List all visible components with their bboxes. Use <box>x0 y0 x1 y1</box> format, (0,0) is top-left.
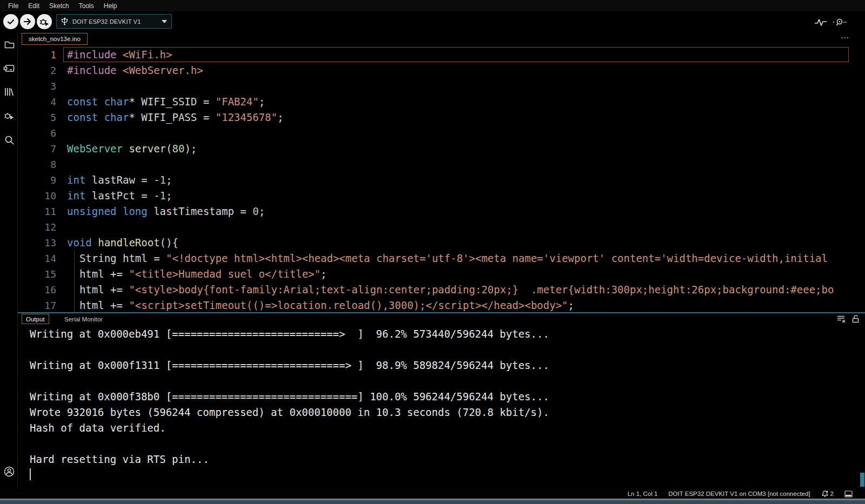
board-connection-status[interactable]: DOIT ESP32 DEVKIT V1 on COM3 [not connec… <box>668 490 810 497</box>
console-line <box>30 436 865 452</box>
status-bar: Ln 1, Col 1 DOIT ESP32 DEVKIT V1 on COM3… <box>0 489 865 499</box>
code-line[interactable]: 12 <box>18 219 865 235</box>
code-line[interactable]: 2#include <WebServer.h> <box>18 63 865 78</box>
code-text: #include <WebServer.h> <box>67 63 203 78</box>
line-number: 5 <box>18 110 61 125</box>
code-line[interactable]: 1#include <WiFi.h> <box>18 47 865 63</box>
bug-play-icon <box>3 110 15 122</box>
main-column: sketch_nov13e.ino ⋯ 1#include <WiFi.h>2#… <box>18 32 865 489</box>
board-selector-dropdown[interactable]: DOIT ESP32 DEVKIT V1 <box>56 14 172 29</box>
chevron-down-icon <box>162 20 167 23</box>
console-line: Writing at 0x000f1311 [=================… <box>30 358 865 373</box>
code-line[interactable]: 5const char* WIFI_PASS = "12345678"; <box>18 110 865 125</box>
line-number: 16 <box>18 282 61 298</box>
magnifier-dots-icon <box>833 17 847 27</box>
cursor-position[interactable]: Ln 1, Col 1 <box>628 490 658 497</box>
code-text: #include <WiFi.h> <box>67 47 172 63</box>
sidebar-item-search[interactable] <box>3 133 16 146</box>
indent-guide <box>74 251 75 312</box>
verify-button[interactable] <box>3 14 18 29</box>
code-line[interactable]: 15 html += "<title>Humedad suel o</title… <box>18 266 865 282</box>
line-number: 11 <box>18 204 61 219</box>
line-number: 7 <box>18 141 61 157</box>
upload-button[interactable] <box>20 14 35 29</box>
books-icon <box>3 86 15 98</box>
code-text: html += "<style>body{font-family:Arial;t… <box>67 282 834 298</box>
line-number: 14 <box>18 251 61 266</box>
usb-icon <box>61 17 68 25</box>
menu-item-help[interactable]: Help <box>99 2 122 10</box>
output-tab-output[interactable]: Output <box>22 314 49 324</box>
code-text: const char* WIFI_SSID = "FAB24"; <box>67 94 265 110</box>
code-editor[interactable]: 1#include <WiFi.h>2#include <WebServer.h… <box>18 46 865 312</box>
line-number: 3 <box>18 78 61 94</box>
code-text: int lastPct = -1; <box>67 188 172 204</box>
bell-icon <box>821 490 829 498</box>
toolbar: DOIT ESP32 DEVKIT V1 <box>0 11 865 32</box>
code-line[interactable]: 10int lastPct = -1; <box>18 188 865 204</box>
folder-icon <box>4 39 15 50</box>
console-line: Hard resetting via RTS pin... <box>30 452 865 467</box>
code-line[interactable]: 3 <box>18 78 865 94</box>
more-actions-icon[interactable]: ⋯ <box>841 33 850 43</box>
sidebar-item-sketchbook[interactable] <box>3 38 16 51</box>
check-icon <box>5 16 16 27</box>
code-line[interactable]: 7WebServer server(80); <box>18 141 865 157</box>
code-line[interactable]: 9int lastRaw = -1; <box>18 172 865 188</box>
sidebar-item-boards-manager[interactable] <box>3 62 16 75</box>
output-tab-bar: OutputSerial Monitor <box>18 313 865 325</box>
console-line: Hash of data verified. <box>30 420 865 436</box>
serial-plotter-button[interactable] <box>814 16 828 29</box>
line-number: 2 <box>18 63 61 78</box>
activity-bar <box>0 32 18 489</box>
unlock-icon[interactable] <box>851 314 860 323</box>
serial-monitor-button[interactable] <box>833 16 847 29</box>
line-number: 6 <box>18 125 61 141</box>
bottom-strip <box>0 500 865 504</box>
sidebar-item-library-manager[interactable] <box>3 85 16 98</box>
tab-label: sketch_nov13e.ino <box>29 36 81 42</box>
console-line <box>30 373 865 389</box>
code-text: unsigned long lastTimestamp = 0; <box>67 204 265 219</box>
debug-button[interactable] <box>37 14 52 29</box>
menu-item-edit[interactable]: Edit <box>23 2 44 10</box>
code-line[interactable]: 13void handleRoot(){ <box>18 235 865 251</box>
code-text: int lastRaw = -1; <box>67 172 172 188</box>
line-number: 15 <box>18 266 61 282</box>
notification-count: 2 <box>830 490 834 497</box>
tab-sketch-file[interactable]: sketch_nov13e.ino <box>22 33 88 45</box>
menu-item-tools[interactable]: Tools <box>74 2 99 10</box>
menu-bar: FileEditSketchToolsHelp <box>0 0 865 11</box>
code-line[interactable]: 4const char* WIFI_SSID = "FAB24"; <box>18 94 865 110</box>
board-selector-label: DOIT ESP32 DEVKIT V1 <box>72 18 157 25</box>
line-number: 10 <box>18 188 61 204</box>
bug-play-icon <box>39 16 50 27</box>
code-line[interactable]: 16 html += "<style>body{font-family:Aria… <box>18 282 865 298</box>
menu-item-file[interactable]: File <box>3 2 23 10</box>
line-number: 13 <box>18 235 61 251</box>
account-button[interactable] <box>3 465 16 478</box>
code-line[interactable]: 11unsigned long lastTimestamp = 0; <box>18 204 865 219</box>
console-line: Writing at 0x000f38b0 [=================… <box>30 389 865 405</box>
toggle-panel-icon[interactable] <box>844 490 853 498</box>
person-circle-icon <box>3 466 15 478</box>
output-scrollbar-thumb[interactable] <box>860 473 864 487</box>
line-number: 8 <box>18 157 61 172</box>
code-line[interactable]: 8 <box>18 157 865 172</box>
clear-output-icon[interactable] <box>836 314 846 323</box>
console-line: Wrote 932016 bytes (596244 compressed) a… <box>30 405 865 420</box>
search-icon <box>4 135 15 146</box>
code-line[interactable]: 17 html += "<script>setTimeout(()=>locat… <box>18 298 865 312</box>
code-text: WebServer server(80); <box>67 141 197 157</box>
console-line: Writing at 0x000eb491 [=================… <box>30 326 865 342</box>
output-console[interactable]: Writing at 0x000eb491 [=================… <box>18 325 865 489</box>
line-number: 17 <box>18 298 61 312</box>
sidebar-item-debug[interactable] <box>3 109 16 122</box>
code-line[interactable]: 14 String html = "<!doctype html><html><… <box>18 251 865 266</box>
notifications-button[interactable]: 2 <box>821 490 834 498</box>
code-text: html += "<title>Humedad suel o</title>"; <box>67 266 327 282</box>
output-tab-serial-monitor[interactable]: Serial Monitor <box>61 314 107 324</box>
code-text: void handleRoot(){ <box>67 235 178 251</box>
code-line[interactable]: 6 <box>18 125 865 141</box>
menu-item-sketch[interactable]: Sketch <box>44 2 74 10</box>
